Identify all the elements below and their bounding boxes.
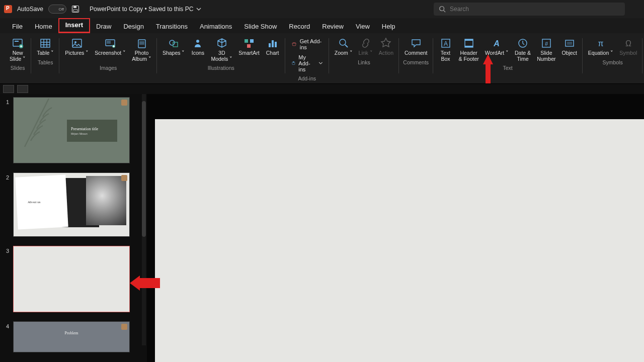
object-icon [564,37,576,49]
text-box-icon: A [440,37,452,49]
group-label: Add-ins [298,75,316,81]
link-icon [360,37,372,49]
document-title[interactable]: PowerPoint to Copy • Saved to this PC [90,6,201,13]
action-icon [380,37,392,49]
tab-record[interactable]: Record [283,21,316,33]
table-button[interactable]: Table ˅ [35,36,55,57]
svg-text:A: A [443,40,447,47]
zoom-icon [338,37,350,49]
tab-draw[interactable]: Draw [90,21,117,33]
svg-rect-43 [567,42,572,45]
group-label: Slides [11,65,25,71]
slide-thumb-4[interactable]: 4 Problem [3,321,143,352]
tab-transitions[interactable]: Transitions [150,21,194,33]
object-button[interactable]: Object [560,36,578,57]
equation-icon: π [595,37,607,49]
link-button: Link ˅ [357,36,374,57]
header-footer-button[interactable]: Header & Footer [457,36,480,63]
3d-models-button[interactable]: 3D Models ˅ [209,36,234,63]
tab-home[interactable]: Home [29,21,58,33]
group-label: Illustrations [208,65,234,71]
zoom-button[interactable]: Zoom ˅ [333,36,354,57]
svg-rect-28 [275,42,277,47]
equation-button[interactable]: πEquation ˅ [587,36,615,57]
3d-models-icon [216,37,228,49]
slide-canvas[interactable] [155,119,644,362]
slide-number-button[interactable]: #Slide Number [535,36,557,63]
new-slide-button[interactable]: New Slide ˅ [8,36,27,63]
chart-icon [267,37,279,49]
slide-thumb-3[interactable]: 3 [3,246,143,312]
svg-rect-37 [465,46,473,47]
addins-button[interactable]: My Add-ins [289,53,325,73]
search-box[interactable] [434,3,625,16]
tab-slide-show[interactable]: Slide Show [238,21,283,33]
shapes-button[interactable]: Shapes ˅ [161,36,187,57]
date-time-button[interactable]: Date & Time [513,36,532,63]
wordart-icon: A [491,37,503,49]
svg-rect-19 [139,41,144,45]
svg-rect-30 [293,61,294,62]
svg-text:A: A [494,39,500,48]
autosave-toggle[interactable]: Off [48,5,66,14]
transition-badge-icon [121,175,127,181]
svg-rect-36 [465,39,473,41]
transition-badge-icon [121,100,127,106]
svg-text:Ω: Ω [625,39,631,48]
svg-point-14 [74,41,76,43]
outline-view-button[interactable] [3,85,14,93]
tab-animations[interactable]: Animations [194,21,238,33]
app-icon [4,5,12,13]
svg-point-20 [170,40,175,45]
text-box-button[interactable]: AText Box [437,36,454,63]
svg-line-32 [345,45,348,47]
comment-icon [410,37,422,49]
chevron-down-icon [196,7,201,12]
svg-rect-27 [272,40,274,47]
slide-thumb-1[interactable]: 1 Presentation title Mirjam Nilsson [3,97,143,163]
photo-album-button[interactable]: Photo Album ˅ [130,36,153,63]
save-icon[interactable] [71,5,79,13]
icons-button[interactable]: Icons [189,36,206,57]
annotation-arrow-object [480,54,496,83]
group-label: Links [358,59,370,65]
symbol-icon: Ω [622,37,634,49]
tab-file[interactable]: File [6,21,29,33]
chart-button[interactable]: Chart [264,36,281,57]
ribbon-tabs: FileHomeInsertDrawDesignTransitionsAnima… [0,18,644,33]
tab-review[interactable]: Review [316,21,350,33]
slide-thumbnails-panel: 1 Presentation title Mirjam Nilsson 2 Ab… [0,94,147,362]
svg-rect-1 [73,6,76,8]
autosave-label: AutoSave [17,6,43,13]
tab-view[interactable]: View [350,21,376,33]
svg-rect-6 [15,41,19,42]
svg-point-31 [340,39,346,45]
tab-design[interactable]: Design [117,21,149,33]
comment-button[interactable]: Comment [403,36,429,57]
svg-text:#: # [545,41,548,47]
tab-help[interactable]: Help [376,21,401,33]
svg-rect-25 [247,44,251,48]
smartart-icon [243,37,255,49]
svg-rect-26 [269,43,271,47]
tab-insert[interactable]: Insert [58,18,90,33]
group-label: Symbols [602,59,622,65]
svg-line-4 [444,11,446,13]
thumbnail-view-button[interactable] [17,85,28,93]
pictures-button[interactable]: Pictures ˅ [63,36,90,57]
svg-text:π: π [598,39,604,48]
group-label: Comments [403,59,429,65]
svg-rect-52 [486,64,491,83]
screenshot-button[interactable]: Screenshot ˅ [93,36,127,57]
store-button[interactable]: Get Add-ins [289,37,325,51]
smartart-button[interactable]: SmartArt [237,36,261,57]
header-footer-icon [463,37,475,49]
slide-thumb-2[interactable]: 2 About us [3,172,143,237]
ribbon: New Slide ˅SlidesTable ˅TablesPictures ˅… [0,33,644,84]
svg-rect-8 [41,39,50,47]
photo-album-icon [136,37,148,49]
svg-rect-2 [73,10,77,12]
search-input[interactable] [450,6,620,13]
svg-rect-23 [245,39,248,43]
thumbnails-scrollbar[interactable] [142,94,146,345]
